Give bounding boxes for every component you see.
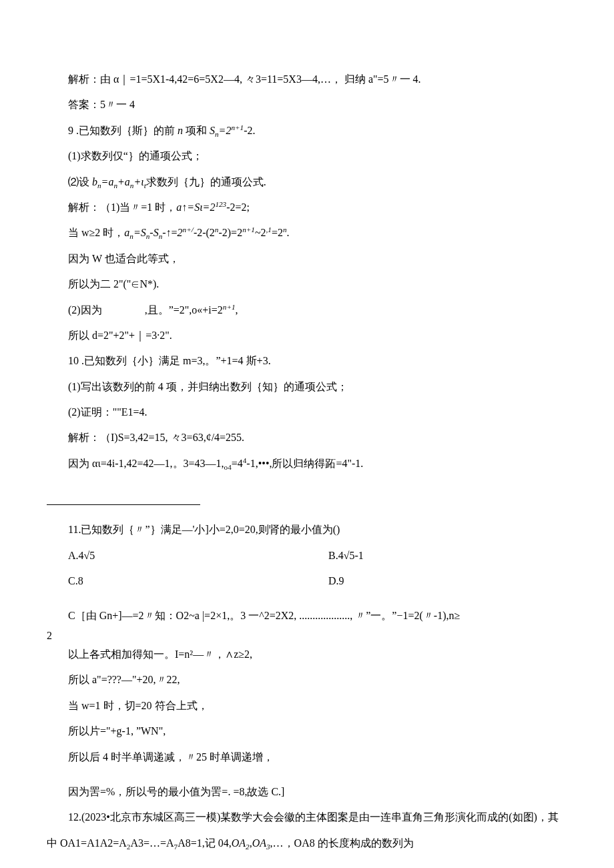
text: (1)求数列仅“｝的通项公式；: [68, 150, 203, 161]
text: 解析：（1)当〃=1 时，: [68, 201, 176, 213]
text: 10 .已知数列｛小｝满足 m=3,。”+1=4 斯+3.: [68, 355, 271, 366]
q9-sol-5: (2)因为 ,且。”=2",o«+i=2n+1,: [47, 298, 567, 323]
q9-sol-4: 所以为二 2"("∈N*).: [47, 272, 567, 297]
text: =4: [232, 458, 243, 469]
text: A8=1,记 04,: [178, 837, 232, 849]
text: 所以 d=2"+2"+｜=3·2".: [68, 330, 172, 341]
q9-sol-3: 因为 W 也适合此等式，: [47, 246, 567, 272]
section-divider: [47, 504, 200, 505]
text: 以上各式相加得知一。I=n²—〃，∧z≥2,: [68, 648, 252, 660]
q10-stem: 10 .已知数列｛小｝满足 m=3,。”+1=4 斯+3.: [47, 348, 567, 374]
text: (2)证明：""E1=4.: [68, 406, 147, 418]
expr: n+1: [242, 227, 255, 238]
text: 11.已知数列｛〃”｝满足—'小]小=2,0=20,则肾的最小值为(): [68, 524, 340, 535]
q9-sol-1: 解析：（1)当〃=1 时，a↑=Sι=2123-2=2;: [47, 195, 567, 220]
q11-sol-5: 所以片="+g-1, ”WN",: [47, 719, 567, 744]
q9-sol-2: 当 w≥2 时，an=Sn-Sn-↑=2n+/-2-(2n-2)=2n+1~2,…: [47, 220, 567, 246]
sub-o4: o4: [224, 463, 232, 471]
text: 所以后 4 时半单调递减，〃25 时单调递增，: [68, 751, 274, 763]
text: -2=2;: [226, 201, 250, 213]
text: B.4√5-1: [328, 550, 364, 561]
text: -2-(2: [194, 227, 215, 238]
q11-stem: 11.已知数列｛〃”｝满足—'小]小=2,0=20,则肾的最小值为(): [47, 517, 567, 542]
q11-sol-7: 因为罟=%，所以号的最小值为罟=. =8,故选 C.]: [47, 779, 567, 805]
q10-sol-1: 解析：（I)S=3,42=15, 々3=63,¢/4=255.: [47, 425, 567, 450]
q10-part2: (2)证明：""E1=4.: [47, 400, 567, 425]
text: -2.: [244, 125, 255, 136]
expr-an: an=Sn-Sn: [124, 227, 162, 238]
text: 解析：（I)S=3,42=15, 々3=63,¢/4=255.: [68, 432, 244, 443]
q12-stem: 12.(2023•北京市东城区高三一模)某数学大会会徽的主体图案是由一连串直角三…: [47, 805, 567, 856]
text: 当 w=1 时，切=20 符合上式，: [68, 700, 208, 711]
spacer: [47, 770, 567, 779]
text: -1,•••,所以归纳得跖=4"-1.: [246, 458, 363, 469]
text: C.8: [68, 575, 83, 586]
text: 项和: [183, 125, 210, 136]
text: (1)写出该数列的前 4 项，并归纳出数列｛知｝的通项公式；: [68, 381, 348, 392]
q11-sol-4: 当 w=1 时，切=20 符合上式，: [47, 693, 567, 719]
q9-sol-6: 所以 d=2"+2"+｜=3·2".: [47, 323, 567, 348]
q10-part1: (1)写出该数列的前 4 项，并归纳出数列｛知｝的通项公式；: [47, 374, 567, 400]
expr-bn: bn=an+an+ιt: [92, 176, 146, 187]
expr-a1: a↑=Sι=2123: [176, 201, 226, 213]
q11-sol-3: 所以 a"=???—"+20,〃22,: [47, 667, 567, 693]
text: ,且。”=2",o«+i=2: [145, 304, 223, 316]
expr: n+1: [223, 304, 236, 316]
q9-part1: (1)求数列仅“｝的通项公式；: [47, 143, 567, 169]
text: 2: [47, 630, 52, 641]
text: 因为 W 也适合此等式，: [68, 253, 180, 264]
q10-sol-2: 因为 αι=4i-1,42=42—1,。3=43—1,o4=44-1,•••,所…: [47, 451, 567, 476]
expr-Sn: Sn=2n+1: [210, 125, 244, 136]
text: 当 w≥2 时，: [68, 227, 124, 238]
text: -2)=2: [218, 227, 242, 238]
text: 所以 a"=???—"+20,〃22,: [68, 674, 180, 685]
text: 因为罟=%，所以号的最小值为罟=. =8,故选 C.]: [68, 786, 284, 797]
q11-sol-1: C［由 Gn+]—=2〃知：O2~a |=2×1,。3 一^2=2X2, ...…: [47, 603, 567, 628]
text: 因为 αι=4i-1,42=42—1,。3=43—1,: [68, 458, 224, 469]
text: D.9: [328, 575, 344, 586]
text: ~2: [255, 227, 266, 238]
text: ,: [236, 304, 238, 316]
q9-stem: 9 .已知数列｛斯｝的前 n 项和 Sn=2n+1-2.: [47, 118, 567, 143]
text: A3=…=A: [130, 837, 174, 849]
spacer: [47, 476, 567, 486]
text: 所以片="+g-1, ”WN",: [68, 725, 166, 737]
gap: [102, 304, 145, 316]
option-D: D.9: [307, 568, 567, 594]
text: .: [287, 227, 290, 238]
var-n: n: [178, 125, 183, 136]
q9-part2: ⑵设 bn=an+an+ιt求数列｛九｝的通项公式.: [47, 169, 567, 195]
option-B: B.4√5-1: [307, 543, 567, 568]
text: 9 .已知数列｛斯｝的前: [68, 125, 178, 136]
q11-sol-2: 以上各式相加得知一。I=n²—〃，∧z≥2,: [47, 642, 567, 667]
expr-OA: OA2,OA3: [232, 837, 270, 849]
option-A: A.4√5: [47, 543, 307, 568]
answer-line-8: 答案：5〃一 4: [47, 92, 567, 117]
q11-sol-6: 所以后 4 时半单调递减，〃25 时单调递增，: [47, 745, 567, 770]
q11-options-row2: C.8 D.9: [47, 568, 567, 594]
text: -↑=: [162, 227, 177, 238]
text: ,…，OA8 的长度构成的数列为: [270, 837, 414, 849]
text: 所以为二 2"("∈N*).: [68, 278, 159, 290]
expr: ,1: [266, 227, 272, 238]
text: (2)因为: [68, 304, 102, 316]
text: 解析：由 α｜=1=5X1-4,42=6=5X2—4, 々3=11=5X3—4,…: [68, 73, 421, 85]
option-C: C.8: [47, 568, 307, 594]
analysis-line-8: 解析：由 α｜=1=5X1-4,42=6=5X2—4, 々3=11=5X3—4,…: [47, 67, 567, 92]
q11-options-row1: A.4√5 B.4√5-1: [47, 543, 567, 568]
spacer: [47, 594, 567, 603]
text: C［由 Gn+]—=2〃知：O2~a |=2×1,。3 一^2=2X2, ...…: [68, 610, 460, 621]
expr: 2n+/: [178, 227, 194, 238]
text: =2: [272, 227, 283, 238]
text: ⑵设: [68, 176, 92, 187]
text: 答案：5〃一 4: [68, 99, 135, 110]
text: 求数列｛九｝的通项公式.: [146, 176, 266, 187]
text: A.4√5: [68, 550, 95, 561]
q11-sol-1-tail: 2: [47, 629, 567, 642]
